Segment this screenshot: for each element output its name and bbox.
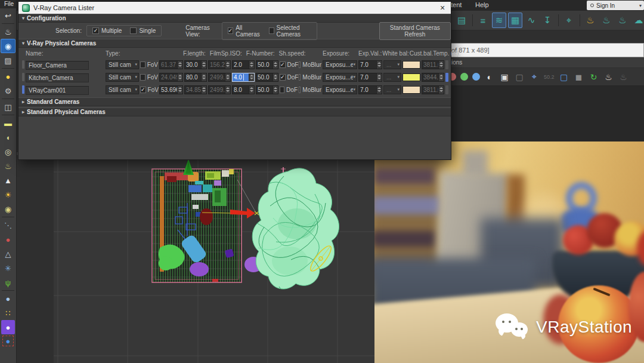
single-checkbox[interactable]: ✓ (130, 27, 137, 34)
moblur-checkbox[interactable]: ✓ (299, 74, 301, 81)
region-render-icon[interactable]: ⌖ (529, 72, 540, 82)
fov-spinner[interactable]: 24.049 (159, 73, 183, 82)
whitebal-color-swatch[interactable] (402, 86, 420, 94)
fov-checkbox[interactable]: ✓ (140, 74, 145, 81)
import-down-icon[interactable]: ↧ (540, 13, 555, 28)
exposure-dropdown[interactable]: Exposu...e (EV)▾ (323, 85, 357, 94)
whitebal-color-swatch[interactable] (402, 73, 420, 81)
flength-spinner[interactable]: 80.0 (184, 73, 207, 82)
close-icon[interactable]: × (438, 3, 447, 13)
camera-name-input[interactable] (26, 86, 89, 95)
lightbulb-icon[interactable]: ● (0, 69, 16, 84)
camera-type-dropdown[interactable]: Still cam▾ (106, 60, 139, 69)
render-cloud-icon[interactable]: ☁ (631, 13, 644, 28)
whitebal-color-swatch[interactable] (402, 61, 420, 69)
cone-icon[interactable]: ▲ (0, 173, 16, 187)
selected-cameras-checkbox[interactable]: ✓ (269, 27, 274, 34)
sun-icon[interactable]: ☀ (0, 187, 16, 202)
moblur-checkbox[interactable]: ✓ (299, 61, 301, 68)
row-handle-selected[interactable] (22, 85, 24, 94)
single-option[interactable]: ✓ Single (130, 27, 156, 34)
custtemp-spinner[interactable]: 3844.0 (422, 73, 444, 82)
proxy-icon[interactable]: ● (2, 336, 14, 346)
refresh-icon[interactable]: ↻ (589, 72, 599, 82)
dof-checkbox[interactable]: ✓ (280, 74, 286, 81)
sign-in-button[interactable]: Sign In ▾ (587, 1, 644, 10)
mono-channel-icon[interactable]: ◐ (484, 72, 495, 82)
menu-item-partial[interactable]: tent (451, 1, 462, 8)
dialog-title-bar[interactable]: V-Ray Camera Lister × (18, 2, 451, 14)
camera-name-input[interactable] (26, 61, 89, 70)
grid-panel-icon[interactable]: ▦ (508, 13, 522, 28)
vray-frame-buffer-icon[interactable]: ◉ (1, 39, 16, 53)
ring-sphere-icon[interactable]: ◉ (0, 202, 16, 216)
camera-type-dropdown[interactable]: Still cam▾ (106, 85, 139, 94)
custtemp-spinner[interactable]: 3811.0 (422, 85, 444, 94)
sphere-blue-icon[interactable]: ● (0, 291, 16, 306)
molecule-icon[interactable]: ● (0, 232, 16, 247)
monitor-icon[interactable]: ▢ (559, 72, 569, 82)
quad-spheres-icon[interactable]: ∷ (0, 306, 16, 320)
fov-spinner[interactable]: 61.37 (159, 60, 183, 69)
exposure-dropdown[interactable]: Exposu...e (EV)▾ (323, 73, 357, 82)
fov-toggle[interactable]: ✓FoV (140, 87, 158, 93)
shspeed-spinner[interactable]: 50.0 (256, 73, 278, 82)
camera-type-dropdown[interactable]: Still cam▾ (106, 73, 139, 82)
fnumber-spinner-editing[interactable]: 4.0 (232, 73, 255, 82)
row-handle[interactable] (22, 73, 24, 81)
film-iso-spinner[interactable]: 2499.9 (208, 85, 231, 94)
dof-checkbox[interactable]: ✓ (280, 61, 286, 68)
fov-toggle[interactable]: ✓FoV (140, 61, 158, 68)
select-region-icon[interactable]: ⌖ (562, 13, 576, 28)
fnumber-spinner[interactable]: 8.0 (232, 85, 255, 94)
render-quick-icon[interactable]: ♨ (615, 13, 630, 28)
standard-cameras-refresh-button[interactable]: Standard Cameras Refresh (379, 22, 451, 40)
fov-checkbox[interactable]: ✓ (140, 87, 146, 93)
dof-toggle[interactable]: ✓DoF (280, 74, 298, 81)
moblur-toggle[interactable]: ✓MoBlur (299, 61, 321, 68)
rect-light-icon[interactable]: ▬ (0, 116, 16, 130)
moblur-toggle[interactable]: ✓MoBlur (299, 87, 321, 93)
cube-icon[interactable]: ◼ (574, 72, 584, 82)
fur-ball-icon[interactable]: ✳ (0, 261, 16, 275)
save-image-icon[interactable]: ▣ (499, 72, 510, 82)
render-image-icon[interactable]: ▨ (0, 53, 16, 67)
custtemp-spinner[interactable]: 3811.0 (422, 60, 444, 69)
rollout-physical-cameras[interactable]: ▾ V-Ray Physical Cameras (18, 39, 451, 48)
menu-item-help[interactable]: Help (475, 1, 489, 8)
all-cameras-option[interactable]: ✓ All Cameras (228, 24, 261, 38)
rollout-configuration[interactable]: ▾ Configuration (18, 14, 451, 23)
shspeed-spinner[interactable]: 50.0 (256, 60, 278, 69)
camera-settings-icon[interactable]: ⚙ (0, 84, 16, 98)
curve-editor-icon[interactable]: ∿ (524, 13, 538, 28)
flength-spinner[interactable]: 34.854 (184, 85, 207, 94)
shspeed-spinner[interactable]: 50.0 (256, 85, 278, 94)
render-last-icon[interactable]: ♨ (603, 72, 614, 82)
rollout-standard-cameras[interactable]: ▸ Standard Cameras (18, 97, 451, 106)
layers-icon[interactable]: ≋ (492, 13, 506, 28)
fov-toggle[interactable]: ✓FoV (140, 74, 158, 81)
whitebal-dropdown[interactable]: ...▾ (383, 85, 401, 94)
teapot-gold-icon[interactable]: ♨ (0, 159, 16, 173)
grass-icon[interactable]: ψ (0, 275, 16, 290)
dof-toggle[interactable]: ✓DoF (280, 87, 298, 93)
rollout-standard-physical-cameras[interactable]: ▸ Standard Physical Cameras (18, 107, 451, 116)
whitebal-dropdown[interactable]: ...▾ (383, 60, 401, 69)
fov-spinner[interactable]: 53.696 (159, 85, 183, 94)
fnumber-spinner[interactable]: 2.0 (232, 60, 255, 69)
dof-toggle[interactable]: ✓DoF (280, 61, 298, 68)
moblur-checkbox[interactable]: ✓ (299, 87, 301, 93)
camera-name-input[interactable] (26, 73, 89, 82)
fov-checkbox[interactable]: ✓ (140, 61, 145, 68)
render-teapot-icon[interactable]: ♨ (599, 13, 614, 28)
copy-image-icon[interactable]: ▢ (514, 72, 525, 82)
flength-spinner[interactable]: 30.0 (184, 60, 207, 69)
moblur-toggle[interactable]: ✓MoBlur (299, 74, 321, 81)
film-iso-spinner[interactable]: 156.25 (208, 60, 231, 69)
film-iso-spinner[interactable]: 2499.9 (208, 73, 231, 82)
dof-checkbox[interactable]: ✓ (280, 87, 284, 93)
window-layout-icon[interactable]: ▤ (454, 13, 469, 28)
whitebal-dropdown[interactable]: ...▾ (383, 73, 401, 82)
undo-icon[interactable]: ↩ (0, 8, 16, 23)
render-teapot-dim-icon[interactable]: ♨ (618, 72, 629, 82)
